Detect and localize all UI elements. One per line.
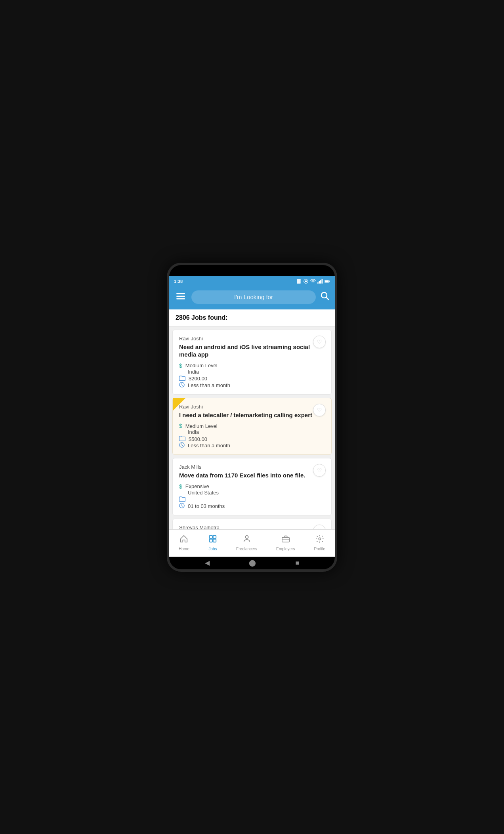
signal-icon <box>317 279 323 284</box>
nav-item-jobs[interactable]: Jobs <box>204 533 222 553</box>
nav-item-freelancers[interactable]: Freelancers <box>231 533 262 553</box>
nav-label-employers: Employers <box>276 547 295 551</box>
job-budget-row <box>179 496 325 503</box>
svg-line-18 <box>182 385 183 386</box>
job-budget-row: $500.00 <box>179 436 325 442</box>
dollar-icon: $ <box>179 483 182 490</box>
content: 2806 Jobs found: Ravi Joshi Need an andr… <box>169 309 335 529</box>
job-duration: 01 to 03 months <box>188 503 225 509</box>
svg-rect-0 <box>297 279 300 284</box>
search-bar[interactable]: I'm Looking for <box>191 290 316 304</box>
header: I'm Looking for <box>169 286 335 309</box>
nav-label-freelancers: Freelancers <box>236 547 257 551</box>
bottom-nav: Home Jobs <box>169 529 335 557</box>
device-top <box>169 265 335 276</box>
briefcase-svg <box>281 534 290 543</box>
clock-icon <box>179 382 185 389</box>
svg-point-3 <box>313 282 313 283</box>
jobs-found-label: Jobs found: <box>191 314 228 321</box>
job-level: Medium Level <box>185 423 218 429</box>
svg-rect-12 <box>176 296 185 297</box>
svg-point-2 <box>305 280 307 282</box>
svg-rect-11 <box>176 293 185 294</box>
svg-rect-30 <box>282 537 289 542</box>
job-location: India <box>188 429 325 435</box>
employer-name: Ravi Joshi <box>179 404 325 410</box>
battery-icon <box>325 279 330 284</box>
home-icon <box>179 534 188 546</box>
favorite-button[interactable]: ♡ <box>313 404 326 416</box>
favorite-button[interactable]: ♡ <box>313 464 326 477</box>
job-duration-row: 01 to 03 months <box>179 503 325 510</box>
svg-rect-6 <box>320 280 321 283</box>
svg-rect-26 <box>213 535 216 538</box>
svg-rect-27 <box>210 539 212 542</box>
svg-line-15 <box>326 298 329 300</box>
search-icon <box>321 292 329 300</box>
target-icon <box>303 279 309 284</box>
job-duration: Less than a month <box>188 443 230 448</box>
menu-icon[interactable] <box>175 291 187 303</box>
folder-svg <box>179 376 185 381</box>
recents-button[interactable]: ■ <box>296 559 300 567</box>
jobs-icon <box>208 534 217 546</box>
clock-svg <box>179 503 185 508</box>
job-card[interactable]: Ravi Joshi Need an android and iOS live … <box>172 330 332 395</box>
heart-icon: ♡ <box>317 407 322 413</box>
job-card[interactable]: Jack Mills Move data from 1170 Excel fil… <box>172 458 332 515</box>
svg-rect-13 <box>176 298 185 300</box>
heart-icon: ♡ <box>317 339 322 345</box>
device-bottom: ◀ ⬤ ■ <box>169 557 335 569</box>
job-card[interactable]: Shreyas Malhotra Build a logo $ Basic Le… <box>172 519 332 529</box>
job-title: I need a telecaller / telemarketing call… <box>179 411 325 419</box>
search-button[interactable] <box>321 292 329 302</box>
folder-icon <box>179 436 185 442</box>
job-duration-row: Less than a month <box>179 382 325 389</box>
nav-label-jobs: Jobs <box>208 547 217 551</box>
job-duration-row: Less than a month <box>179 442 325 449</box>
folder-icon <box>179 376 185 382</box>
svg-line-24 <box>182 506 183 506</box>
jobs-svg <box>208 534 217 543</box>
svg-rect-9 <box>325 280 329 282</box>
svg-rect-5 <box>319 281 320 284</box>
heart-icon: ♡ <box>317 528 322 529</box>
clock-icon <box>179 442 185 449</box>
folder-svg <box>179 496 185 502</box>
job-budget: $200.00 <box>189 376 207 382</box>
clock-svg <box>179 442 185 448</box>
person-svg <box>242 534 251 543</box>
job-level-row: $ Medium Level <box>179 363 325 369</box>
job-level: Expensive <box>185 483 209 489</box>
job-location: India <box>188 369 325 375</box>
home-button[interactable]: ⬤ <box>249 559 256 567</box>
clock-svg <box>179 382 185 387</box>
employer-name: Shreyas Malhotra <box>179 525 325 529</box>
notch <box>228 268 276 273</box>
status-icons <box>296 279 330 284</box>
heart-icon: ♡ <box>317 467 322 473</box>
back-button[interactable]: ◀ <box>205 559 210 567</box>
job-level-row: $ Expensive <box>179 483 325 490</box>
svg-point-32 <box>319 538 321 540</box>
nav-item-profile[interactable]: Profile <box>309 533 330 553</box>
job-budget-row: $200.00 <box>179 376 325 382</box>
favorite-button[interactable]: ♡ <box>313 336 326 348</box>
job-budget: $500.00 <box>189 436 207 442</box>
featured-badge <box>173 398 185 411</box>
wifi-icon <box>310 279 316 284</box>
screen: 1:38 <box>169 276 335 557</box>
status-bar: 1:38 <box>169 276 335 286</box>
job-level-row: $ Medium Level <box>179 423 325 429</box>
profile-icon <box>315 534 324 546</box>
svg-line-21 <box>182 445 183 446</box>
clock-icon <box>179 503 185 510</box>
folder-svg <box>179 436 185 441</box>
nav-item-home[interactable]: Home <box>174 533 194 553</box>
svg-rect-4 <box>317 282 319 283</box>
employers-icon <box>281 534 290 546</box>
nav-label-home: Home <box>179 547 189 551</box>
nav-item-employers[interactable]: Employers <box>271 533 300 553</box>
job-card[interactable]: Ravi Joshi I need a telecaller / telemar… <box>172 398 332 455</box>
job-title: Need an android and iOS live streaming s… <box>179 343 325 359</box>
